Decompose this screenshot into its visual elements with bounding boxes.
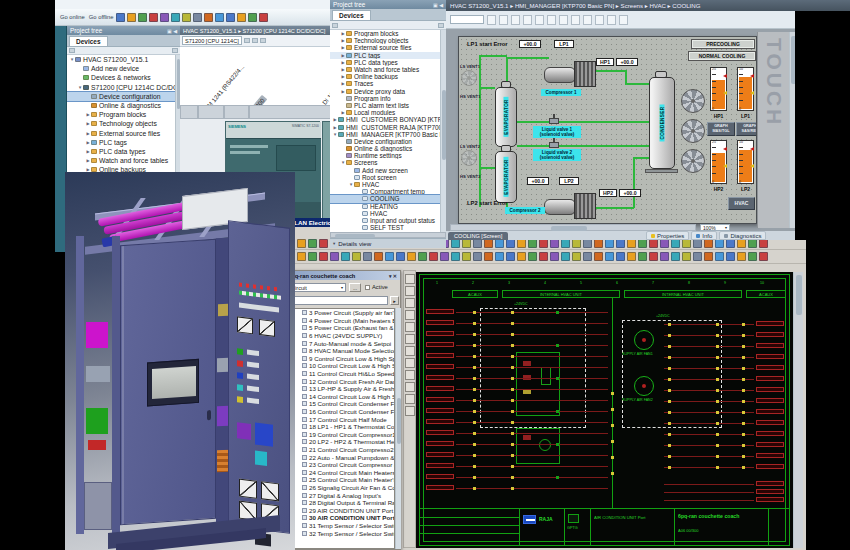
toolbar-icon[interactable] — [726, 252, 735, 261]
toolbar-icon[interactable] — [308, 252, 317, 261]
toolbar-icon[interactable] — [429, 252, 438, 261]
draw-tool-icon[interactable] — [405, 274, 415, 284]
format-icon[interactable] — [487, 15, 496, 25]
format-icon[interactable] — [523, 15, 532, 25]
tree-item[interactable]: ▶ PLC tags — [330, 52, 440, 59]
inspector-tab[interactable]: Properties — [646, 231, 689, 240]
tree-item[interactable]: ▼ HMI_MANAGER [KTP700 Basic P... — [330, 131, 440, 138]
panel-pin-icon[interactable]: ▣ ◀ — [167, 28, 177, 34]
circuit-page-item[interactable]: 24 Control Circuit Main Heaters — [288, 468, 394, 476]
toolbar-icon[interactable] — [297, 239, 306, 248]
circuit-page-item[interactable]: 18 LP1 - HP1 & Thermostat Coo — [288, 423, 394, 431]
circuit-page-item[interactable]: 5 Power Circuit (Exhaust fan & c — [288, 324, 394, 332]
toolbar-icon[interactable] — [539, 252, 548, 261]
format-icon[interactable] — [607, 15, 616, 25]
toolbar-icon[interactable] — [506, 252, 515, 261]
canvas-hscrollbar[interactable] — [450, 224, 696, 231]
toolbar-icon[interactable] — [748, 252, 757, 261]
toolbar-icon[interactable] — [374, 252, 383, 261]
tree-item[interactable]: ▶ Watch and force tables — [330, 66, 440, 73]
format-icon[interactable] — [571, 15, 580, 25]
zoom-icon[interactable] — [244, 38, 250, 43]
circuit-page-item[interactable]: 12 Control Circuit Fresh Air Dam — [288, 377, 394, 385]
toolbar-icon[interactable] — [440, 252, 449, 261]
circuit-page-item[interactable]: 17 Control Circuit Half Mode — [288, 415, 394, 423]
draw-tool-icon[interactable] — [405, 358, 415, 368]
toolbar-icon[interactable] — [215, 13, 224, 22]
tree-item[interactable]: Device configuration — [330, 138, 440, 145]
toolbar-icon[interactable] — [116, 13, 125, 22]
search-go-button[interactable]: ▸ — [390, 296, 399, 305]
zoom-control[interactable]: 100%▾ — [700, 224, 730, 231]
normal-cooling-button[interactable]: NORMAL COOLING — [688, 51, 756, 61]
format-icon[interactable] — [535, 15, 544, 25]
toolbar-icon[interactable] — [319, 239, 328, 248]
lp1-value-field[interactable]: +00.0 — [519, 40, 541, 48]
toolbar-icon[interactable] — [484, 252, 493, 261]
circuit-page-item[interactable]: 8 HVAC Manual Mode Selection — [288, 347, 394, 355]
tree-item[interactable]: ▼ Screens — [330, 159, 440, 166]
toolbar-icon[interactable] — [759, 252, 768, 261]
circuit-page-item[interactable]: 15 Control Circuit Condenser Fa — [288, 400, 394, 408]
toolbar-icon[interactable] — [594, 252, 603, 261]
circuit-page-item[interactable]: 10 Control Circuit Low & High S — [288, 362, 394, 370]
toolbar-icon[interactable] — [330, 252, 339, 261]
tree-item[interactable]: PLC alarm text lists — [330, 102, 440, 109]
draw-tool-icon[interactable] — [405, 334, 415, 344]
lp1-tag-field[interactable]: LP1 — [554, 40, 574, 48]
toolbar-icon[interactable] — [352, 252, 361, 261]
format-icon[interactable] — [595, 15, 604, 25]
network-view-icon[interactable] — [260, 38, 266, 43]
circuit-page-item[interactable]: 4 Power Circuit (Main heaters B — [288, 317, 394, 325]
toolbar-icon[interactable] — [572, 252, 581, 261]
filter-icon[interactable] — [332, 23, 338, 28]
draw-tool-icon[interactable] — [405, 298, 415, 308]
format-icon[interactable] — [547, 15, 556, 25]
toolbar-icon[interactable] — [451, 252, 460, 261]
toolbar-icon[interactable] — [528, 252, 537, 261]
filter-icon[interactable] — [69, 48, 75, 53]
circuit-page-item[interactable]: 27 Digital & Analog Input's — [288, 491, 394, 499]
circuit-page-item[interactable]: 9 Control Circuit Low & High Sp — [288, 355, 394, 363]
toolbar-icon[interactable] — [193, 13, 202, 22]
toolbar-icon[interactable] — [385, 252, 394, 261]
condenser[interactable]: CONDENSER — [649, 77, 675, 169]
toolbar-icon[interactable] — [160, 13, 169, 22]
toolbar-icon[interactable] — [704, 252, 713, 261]
tree-item[interactable]: ▶ Program blocks — [67, 110, 175, 119]
toolbar-icon[interactable] — [737, 252, 746, 261]
circuit-page-item[interactable]: 20 LP2 - HP2 & Thermostat Hea — [288, 438, 394, 446]
liquid-valve-1-label[interactable]: Liquid valve 1(solenoid valve) — [533, 126, 581, 138]
tree-item[interactable]: Online & diagnostics — [67, 101, 175, 110]
active-checkbox[interactable] — [365, 285, 370, 290]
tree-item[interactable]: ▶ Online backups — [330, 73, 440, 80]
draw-tool-icon[interactable] — [405, 310, 415, 320]
close-icon[interactable]: ▾ ✕ — [389, 273, 397, 279]
tree-item[interactable]: Online & diagnostics — [330, 145, 440, 152]
tree-item[interactable]: ▶ PLC data types — [330, 59, 440, 66]
toolbar-icon[interactable] — [583, 252, 592, 261]
go-offline-button[interactable]: Go offline — [89, 14, 114, 20]
tree-item[interactable]: ▶ HMI_CUSTOMER BONYAD [KTP7... — [330, 116, 440, 123]
toolbar-icon[interactable] — [407, 252, 416, 261]
toolbar-icon[interactable] — [671, 252, 680, 261]
tree-item[interactable]: HEATING — [330, 203, 440, 210]
tree-item[interactable]: ▶ Technology objects — [67, 119, 175, 128]
circuit-page-item[interactable]: 6 HVAC (24VDC SUPPLY) — [288, 332, 394, 340]
toolbar-icon[interactable] — [715, 252, 724, 261]
tree-item[interactable]: Devices & networks — [67, 73, 175, 82]
toolbar-icon[interactable] — [226, 13, 235, 22]
cad-3d-view[interactable] — [65, 172, 295, 550]
graph-sas-button[interactable]: GRAPHSAS/RED — [736, 122, 757, 136]
toolbar-icon[interactable] — [319, 252, 328, 261]
circuit-page-item[interactable]: 21 Control Circuit Compresso2 — [288, 446, 394, 454]
circuit-page-item[interactable]: 31 Temp Sensor / Selector Switc — [288, 522, 394, 530]
circuit-page-item[interactable]: 14 Control Circuit Low & High S — [288, 393, 394, 401]
tree-item[interactable]: ▶ Program blocks — [330, 30, 440, 37]
tree-item[interactable]: Root screen — [330, 174, 440, 181]
expand-all-icon[interactable] — [438, 23, 444, 28]
panel-pin-icon[interactable]: ▣ ◀ — [433, 2, 443, 8]
tab-devices[interactable]: Devices — [332, 10, 371, 20]
tree-item[interactable]: ▶ External source files — [330, 44, 440, 51]
toolbar-icon[interactable] — [517, 252, 526, 261]
